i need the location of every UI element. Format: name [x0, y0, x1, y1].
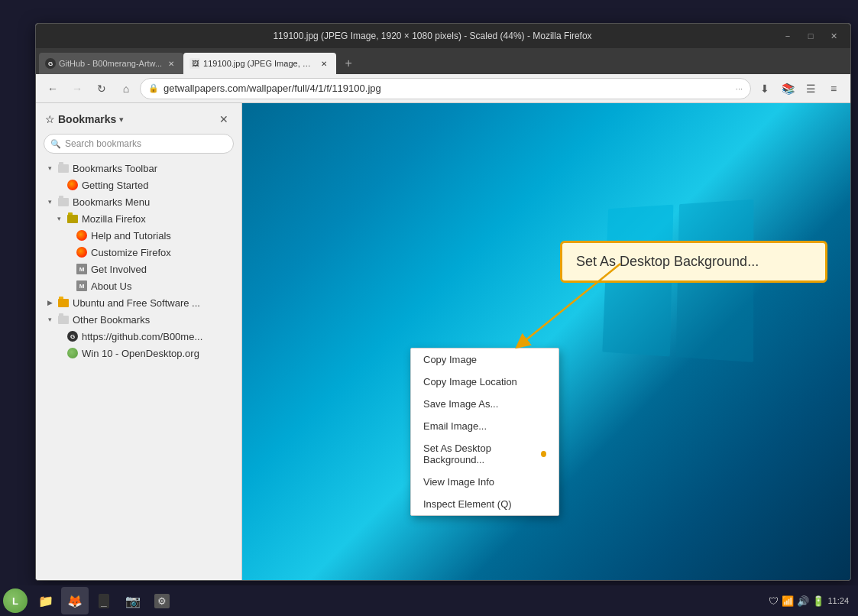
sidebar-item-github[interactable]: G https://github.com/B00me... — [36, 328, 241, 345]
taskbar: L 📁 🦊 _ 📷 ⚙ 🛡 📶 🔊 🔋 11:24 — [0, 585, 858, 616]
forward-button[interactable]: → — [66, 78, 88, 99]
help-tutorials-label: Help and Tutorials — [91, 230, 171, 242]
save-image-as-label: Save Image As... — [423, 398, 498, 410]
context-item-view-image-info[interactable]: View Image Info — [411, 471, 559, 493]
taskbar-extra-button[interactable]: ⚙ — [148, 587, 176, 614]
network-icon[interactable]: 📶 — [782, 595, 794, 607]
toggle-icon: ▾ — [45, 198, 54, 206]
sidebar-item-win10[interactable]: Win 10 - OpenDesktop.org — [36, 345, 241, 361]
context-item-save-image-as[interactable]: Save Image As... — [411, 393, 559, 415]
sidebar-close-button[interactable]: ✕ — [215, 111, 232, 128]
tab-github-close[interactable]: ✕ — [165, 57, 177, 70]
system-clock[interactable]: 11:24 — [827, 595, 849, 606]
nav-right-buttons: ⬇ 📚 ☰ ≡ — [754, 78, 844, 99]
close-button[interactable]: ✕ — [823, 28, 844, 44]
minimize-button[interactable]: − — [777, 28, 798, 44]
context-menu: Copy Image Copy Image Location Save Imag… — [410, 348, 559, 516]
about-us-label: About Us — [91, 280, 131, 292]
sidebar-item-getting-started[interactable]: Getting Started — [36, 177, 241, 193]
reload-button[interactable]: ↻ — [91, 78, 112, 99]
title-bar: 119100.jpg (JPEG Image, 1920 × 1080 pixe… — [36, 24, 850, 48]
tab-bar: G GitHub - B00merang-Artw... ✕ 🖼 119100.… — [36, 48, 850, 74]
view-image-info-label: View Image Info — [423, 476, 494, 488]
sidebar-item-customize-firefox[interactable]: Customize Firefox — [36, 244, 241, 261]
tab-github[interactable]: G GitHub - B00merang-Artw... ✕ — [39, 53, 183, 74]
home-button[interactable]: ⌂ — [115, 78, 137, 99]
taskbar-files-button[interactable]: 📁 — [32, 587, 60, 614]
sidebar-item-mozilla-firefox[interactable]: ▾ Mozilla Firefox — [36, 210, 241, 227]
help-tutorials-favicon — [76, 229, 88, 242]
toggle-icon: ▾ — [45, 164, 54, 172]
sidebar-item-bookmarks-toolbar[interactable]: ▾ Bookmarks Toolbar — [36, 160, 241, 177]
win-pane-4 — [676, 282, 754, 362]
taskbar-firefox-button[interactable]: 🦊 — [61, 587, 89, 614]
inspect-element-label: Inspect Element (Q) — [423, 498, 512, 510]
taskbar-screenshot-button[interactable]: 📷 — [119, 587, 147, 614]
volume-icon[interactable]: 🔊 — [797, 595, 809, 607]
tab-github-favicon: G — [45, 58, 56, 69]
menu-button[interactable]: ≡ — [823, 78, 844, 99]
terminal-icon: _ — [99, 594, 109, 608]
context-item-email-image[interactable]: Email Image... — [411, 415, 559, 437]
toggle-icon: ▾ — [54, 215, 63, 222]
taskbar-terminal-button[interactable]: _ — [90, 587, 118, 614]
get-involved-favicon: M — [76, 263, 88, 275]
tooltip-callout: Set As Desktop Background... — [560, 241, 827, 283]
toggle-icon: ▾ — [45, 316, 54, 323]
clock-time: 11:24 — [827, 595, 849, 606]
context-item-set-as-desktop[interactable]: Set As Desktop Background... — [411, 437, 559, 471]
new-tab-button[interactable]: + — [338, 53, 359, 74]
sidebar-title-row: ☆ Bookmarks ▾ — [45, 113, 124, 125]
context-item-copy-image-location[interactable]: Copy Image Location — [411, 371, 559, 393]
bookmarks-menu-label: Bookmarks Menu — [73, 196, 150, 208]
context-item-copy-image[interactable]: Copy Image — [411, 349, 559, 371]
sidebar-item-other-bookmarks[interactable]: ▾ Other Bookmarks — [36, 311, 241, 328]
shield-icon[interactable]: 🛡 — [769, 595, 779, 607]
files-icon: 📁 — [38, 594, 53, 608]
other-bookmarks-label: Other Bookmarks — [73, 314, 150, 326]
get-involved-label: Get Involved — [91, 264, 147, 275]
about-us-favicon: M — [76, 280, 88, 292]
set-as-desktop-dot — [541, 451, 546, 457]
copy-image-location-label: Copy Image Location — [423, 376, 517, 387]
firefox-taskbar-icon: 🦊 — [67, 594, 83, 608]
address-text: getwallpapers.com/wallpaper/full/4/1/f/1… — [164, 83, 731, 94]
maximize-button[interactable]: □ — [800, 28, 821, 44]
back-button[interactable]: ← — [42, 78, 63, 99]
sidebar-item-ubuntu[interactable]: ▶ Ubuntu and Free Software ... — [36, 294, 241, 311]
bookmarks-tree: ▾ Bookmarks Toolbar Getting Started — [36, 160, 241, 581]
ubuntu-folder-icon — [57, 297, 70, 309]
taskbar-right: 🛡 📶 🔊 🔋 11:24 — [762, 595, 855, 607]
sidebar-toggle-button[interactable]: ☰ — [800, 78, 821, 99]
mozilla-firefox-icon — [66, 212, 79, 225]
bookmarks-menu-icon — [57, 196, 70, 208]
screenshot-icon: 📷 — [125, 594, 141, 608]
sidebar-item-get-involved[interactable]: M Get Involved — [36, 261, 241, 277]
sidebar-item-bookmarks-menu[interactable]: ▾ Bookmarks Menu — [36, 193, 241, 210]
tab-image-close[interactable]: ✕ — [318, 57, 330, 70]
browser-body: ☆ Bookmarks ▾ ✕ 🔍 Search bookmarks ▾ — [36, 103, 850, 581]
search-placeholder: Search bookmarks — [65, 138, 141, 149]
win10-label: Win 10 - OpenDesktop.org — [82, 348, 199, 359]
ubuntu-folder-label: Ubuntu and Free Software ... — [73, 297, 200, 309]
navigation-bar: ← → ↻ ⌂ 🔒 getwallpapers.com/wallpaper/fu… — [36, 74, 850, 103]
toggle-icon: ▶ — [45, 299, 54, 306]
address-menu-icon: ··· — [736, 84, 743, 93]
downloads-button[interactable]: ⬇ — [754, 78, 775, 99]
context-item-inspect-element[interactable]: Inspect Element (Q) — [411, 493, 559, 515]
set-as-desktop-label: Set As Desktop Background... — [423, 443, 541, 465]
other-bookmarks-icon — [57, 313, 70, 326]
tooltip-text: Set As Desktop Background... — [576, 254, 759, 269]
win-pane-3 — [602, 282, 672, 357]
sidebar-item-about-us[interactable]: M About Us — [36, 277, 241, 294]
bookmark-search-bar[interactable]: 🔍 Search bookmarks — [44, 134, 234, 154]
sidebar-title: Bookmarks — [58, 113, 116, 125]
sidebar-item-help-tutorials[interactable]: Help and Tutorials — [36, 227, 241, 244]
battery-icon[interactable]: 🔋 — [812, 595, 824, 607]
library-button[interactable]: 📚 — [777, 78, 798, 99]
address-bar[interactable]: 🔒 getwallpapers.com/wallpaper/full/4/1/f… — [140, 78, 751, 99]
address-lock-icon: 🔒 — [148, 83, 159, 93]
sidebar-chevron-icon: ▾ — [119, 115, 124, 125]
tab-image[interactable]: 🖼 119100.jpg (JPEG Image, 192... ✕ — [183, 53, 336, 74]
start-button[interactable]: L — [3, 588, 28, 613]
